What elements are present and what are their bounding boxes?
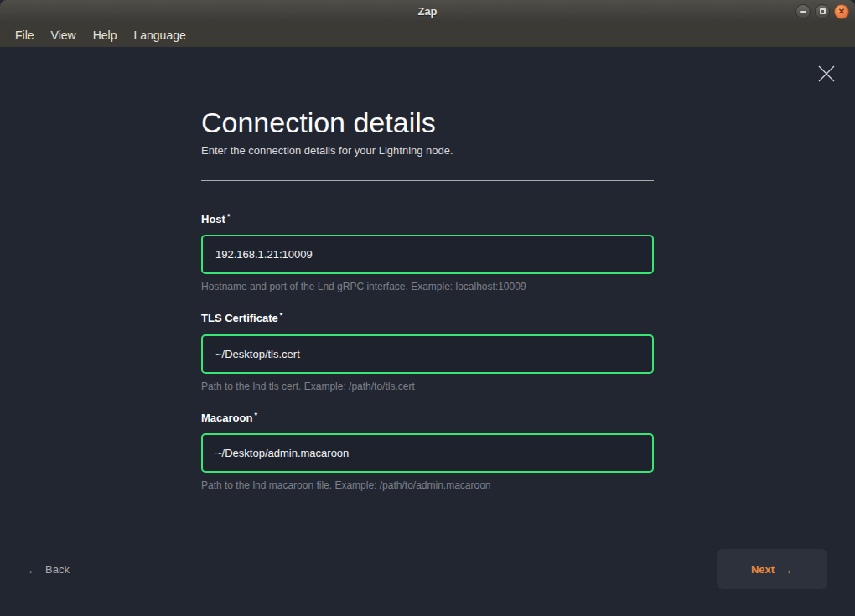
host-input[interactable]	[201, 235, 654, 274]
dialog-content: Connection details Enter the connection …	[0, 47, 855, 616]
close-icon: ✕	[838, 8, 845, 16]
host-help-text: Hostname and port of the Lnd gRPC interf…	[201, 281, 654, 292]
menubar: File View Help Language	[0, 23, 855, 47]
required-marker: *	[254, 411, 257, 419]
window-controls: ✕	[795, 4, 849, 19]
tls-cert-label: TLS Certificate*	[201, 311, 654, 324]
macaroon-label-text: Macaroon	[201, 412, 252, 424]
left-arrow-icon: ←	[27, 563, 39, 576]
host-label-text: Host	[201, 213, 225, 225]
maximize-icon	[820, 8, 826, 14]
macaroon-label: Macaroon*	[201, 411, 654, 424]
divider	[201, 180, 654, 181]
tls-cert-input[interactable]	[201, 334, 654, 374]
close-window-button[interactable]: ✕	[834, 4, 849, 19]
tls-cert-help-text: Path to the lnd tls cert. Example: /path…	[201, 380, 654, 392]
dialog-close-button[interactable]	[816, 64, 837, 84]
app-window: Zap ✕ File View Help Language Connection	[0, 0, 855, 616]
macaroon-help-text: Path to the lnd macaroon file. Example: …	[201, 479, 654, 491]
menu-language[interactable]: Language	[125, 23, 194, 47]
next-label: Next	[751, 563, 775, 576]
tls-cert-field-group: TLS Certificate* Path to the lnd tls cer…	[201, 311, 654, 391]
tls-cert-label-text: TLS Certificate	[201, 313, 278, 325]
required-marker: *	[227, 212, 231, 220]
page-subtitle: Enter the connection details for your Li…	[201, 144, 654, 157]
macaroon-field-group: Macaroon* Path to the lnd macaroon file.…	[201, 411, 654, 491]
back-label: Back	[45, 563, 70, 576]
connection-form: Connection details Enter the connection …	[201, 47, 654, 491]
menu-help[interactable]: Help	[85, 23, 126, 47]
menu-file[interactable]: File	[7, 23, 43, 47]
minimize-icon	[800, 11, 806, 13]
right-arrow-icon: →	[780, 563, 793, 576]
menu-view[interactable]: View	[43, 23, 85, 47]
footer: ← Back Next →	[27, 549, 827, 589]
host-field-group: Host* Hostname and port of the Lnd gRPC …	[201, 212, 654, 292]
titlebar: Zap ✕	[0, 0, 855, 23]
window-title: Zap	[417, 5, 437, 18]
x-icon	[817, 65, 836, 83]
host-label: Host*	[201, 212, 654, 225]
required-marker: *	[280, 311, 283, 319]
maximize-button[interactable]	[815, 4, 830, 19]
minimize-button[interactable]	[795, 4, 811, 19]
back-button[interactable]: ← Back	[27, 563, 70, 576]
next-button[interactable]: Next →	[717, 549, 827, 589]
macaroon-input[interactable]	[201, 433, 654, 473]
page-title: Connection details	[201, 106, 654, 139]
